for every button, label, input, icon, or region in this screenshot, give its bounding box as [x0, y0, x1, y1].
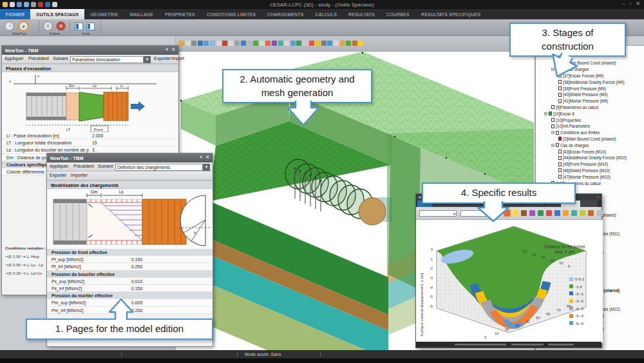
tree-item[interactable]: [38]Additional Gravity Forces (M9) [536, 79, 644, 85]
viewport-tool-icon[interactable] [216, 41, 222, 46]
expander-icon[interactable] [544, 112, 547, 115]
tab-outils-spaciaux[interactable]: OUTILS SPACIAUX [30, 9, 84, 19]
results-tool-icon[interactable] [546, 210, 552, 216]
viewport-tool-icon[interactable] [272, 41, 277, 46]
tab-proprietes[interactable]: PROPRIETES [159, 9, 201, 19]
viewport-tool-icon[interactable] [191, 41, 196, 46]
import-button[interactable]: Importer [171, 56, 184, 61]
specific-results-window[interactable]: Surface vertical displacement, s (m) Dis… [415, 193, 602, 348]
viewport-tool-icon[interactable] [352, 41, 357, 46]
viewport-tool-icon[interactable] [247, 41, 252, 46]
result-type-combobox[interactable] [419, 210, 457, 217]
viewport-tool-icon[interactable] [179, 41, 184, 46]
tree-item[interactable]: [43]Excav Forces (M10) [536, 148, 644, 155]
chevron-down-icon[interactable]: ▼ [203, 164, 210, 171]
pressure-value[interactable]: 0.200 [131, 308, 142, 313]
expander-icon[interactable] [551, 144, 554, 147]
maximize-button[interactable]: ▫ [629, 1, 631, 6]
tree-item[interactable]: [2]Main Bound Cond (shared) [536, 60, 644, 66]
more-tools-icon[interactable] [597, 210, 603, 216]
tab-fichier[interactable]: FICHIER [0, 9, 30, 19]
tab-geometrie[interactable]: GEOMETRIE [84, 9, 124, 19]
pressure-row[interactable]: Pf_inf [MN/m2]0.250 [47, 263, 213, 270]
pressure-row[interactable]: Pm_inf [MN/m2]0.200 [47, 307, 213, 314]
view-pane-icon[interactable] [75, 23, 83, 30]
pressure-row[interactable]: Pm_sup [MN/m2]0.005 [47, 299, 213, 306]
tree-item[interactable]: [40]Shield Pressure (M9) [536, 92, 644, 98]
results-tool-icon[interactable] [529, 210, 535, 216]
pressure-row[interactable]: Ps_sup [MN/m2]0.010 [47, 278, 213, 285]
page-selector[interactable]: Paramètres d'excavation [70, 56, 144, 63]
viewport-tool-icon[interactable] [229, 41, 234, 46]
quick-access-icon[interactable] [17, 2, 22, 7]
results-tool-icon[interactable] [588, 210, 594, 216]
close-button[interactable]: ✕ [636, 1, 640, 6]
pressure-value[interactable]: 0.150 [131, 286, 142, 291]
viewport-tool-icon[interactable] [303, 41, 308, 46]
viewport-tool-icon[interactable] [253, 41, 258, 46]
pressure-row[interactable]: Pf_sup [MN/m2]0.150 [47, 256, 213, 263]
tree-item[interactable]: [44]Additional Gravity Forces (M10) [536, 155, 644, 161]
panel1-title-bar[interactable]: NewTun - TBM ▾ ✕ [2, 46, 178, 55]
chevron-down-icon[interactable]: ▼ [144, 56, 151, 63]
pin-icon[interactable]: ▾ [200, 155, 202, 160]
newtun-tool-icon[interactable]: ◔ [5, 21, 14, 31]
quick-access-icon[interactable] [24, 2, 29, 7]
viewport-tool-icon[interactable] [327, 41, 332, 46]
quick-access-toolbar[interactable] [3, 2, 57, 7]
newtun-tbm-icon[interactable]: ◕ [19, 21, 28, 31]
pressure-value[interactable]: 0.010 [131, 279, 142, 284]
apply-button[interactable]: Appliquer [50, 164, 69, 168]
tree-item[interactable]: [37]Excav Forces (M9) [536, 73, 644, 79]
viewport-tool-icon[interactable] [290, 41, 296, 46]
previous-button[interactable]: Précédent [28, 56, 49, 61]
tab-chargements[interactable]: CHARGEMENTS [261, 9, 309, 19]
tree-item[interactable]: [10]Excav 6 [536, 110, 644, 117]
quick-access-icon[interactable] [3, 2, 8, 7]
viewport-tool-icon[interactable] [260, 41, 265, 46]
viewport-tool-icon[interactable] [346, 41, 351, 46]
close-icon[interactable]: ✕ [171, 47, 175, 52]
results-tool-icon[interactable] [563, 210, 569, 216]
tree-item[interactable]: [10]Init.Parameters [536, 123, 644, 130]
viewport-tool-icon[interactable] [321, 41, 327, 46]
viewport-tool-icon[interactable] [210, 41, 215, 46]
viewport-tool-icon[interactable] [222, 41, 227, 46]
results-ribbon-tab[interactable] [581, 201, 598, 207]
results-tool-icon[interactable] [521, 210, 527, 216]
next-button[interactable]: Suivant [53, 56, 68, 61]
quick-access-icon[interactable] [45, 2, 50, 7]
tree-item[interactable]: [46]Shield Pressure (M10) [536, 168, 644, 174]
quick-access-icon[interactable] [31, 2, 36, 7]
tree-item[interactable]: [47]Mortar Pressure (M10) [536, 173, 644, 180]
viewport-tool-icon[interactable] [278, 41, 283, 46]
results-tool-icon[interactable] [554, 210, 560, 216]
results-tool-icon[interactable] [538, 210, 544, 216]
apply-button[interactable]: Appliquer [5, 56, 24, 61]
quick-access-icon[interactable] [52, 2, 57, 7]
results-tool-icon[interactable] [504, 210, 510, 216]
results-tool-icon[interactable] [580, 210, 585, 216]
parameter-value[interactable]: 3 [92, 148, 95, 152]
tree-item[interactable]: [10]Properties [536, 117, 644, 123]
result-set-combobox[interactable] [460, 210, 498, 217]
quick-access-icon[interactable] [38, 2, 43, 7]
results-tool-icon[interactable] [513, 210, 518, 216]
tab-courbes[interactable]: COURBES [381, 9, 415, 19]
delete-icon[interactable]: ✕ [56, 21, 66, 31]
previous-button[interactable]: Précédent [73, 164, 94, 168]
pressure-value[interactable]: 0.250 [131, 264, 142, 269]
pressure-row[interactable]: Ps_inf [MN/m2]0.150 [47, 285, 213, 292]
tree-item[interactable]: [45]Front Pressure (M10) [536, 161, 644, 168]
viewport-tool-icon[interactable] [241, 41, 246, 46]
tree-item[interactable]: [39]Front Pressure (M9) [536, 85, 644, 92]
viewport-tool-icon[interactable] [284, 41, 289, 46]
viewport-tool-icon[interactable] [358, 41, 363, 46]
parameter-value[interactable]: 2.000 [92, 133, 103, 138]
viewport-tool-icon[interactable] [296, 41, 301, 46]
viewport-tool-icon[interactable] [198, 41, 203, 46]
quick-access-icon[interactable] [10, 2, 15, 7]
pressure-value[interactable]: 0.005 [131, 300, 142, 305]
tab-calculs[interactable]: CALCULS [310, 9, 343, 19]
tab-maillage[interactable]: MAILLAGE [124, 9, 159, 19]
